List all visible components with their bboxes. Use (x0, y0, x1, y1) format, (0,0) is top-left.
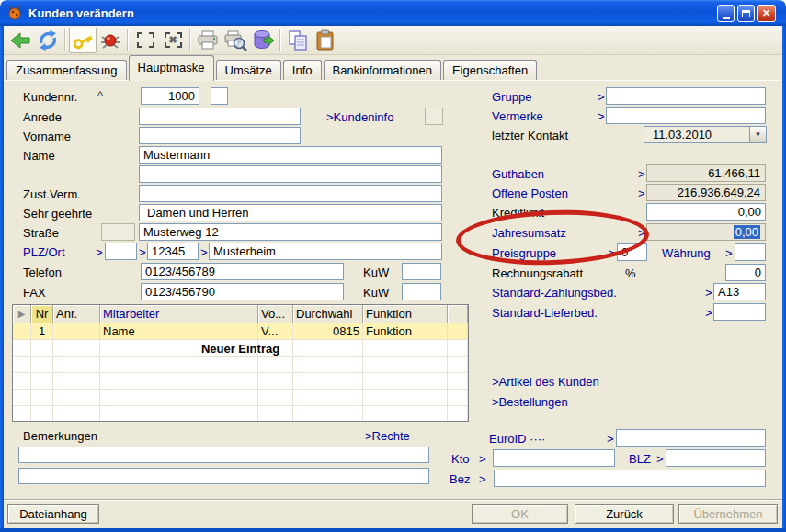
plz-input[interactable] (147, 243, 199, 260)
letzter-kontakt-label: letzter Kontakt (492, 129, 568, 142)
zustverm-input[interactable] (139, 185, 442, 202)
print-preview-button[interactable] (222, 28, 249, 53)
anrede-input[interactable] (139, 108, 301, 125)
gruppe-input[interactable] (606, 87, 766, 105)
bez-prompt: > (479, 472, 486, 486)
tab-pane-divider (4, 80, 782, 81)
tab-zusammenfassung[interactable]: Zusammenfassung (6, 60, 127, 81)
rechte-link[interactable]: >Rechte (365, 429, 410, 443)
minimize-button[interactable] (717, 5, 735, 22)
name-input[interactable] (139, 146, 442, 164)
vorname-input[interactable] (139, 127, 301, 144)
blz-input[interactable] (666, 449, 766, 467)
jahresumsatz-field[interactable]: 0,00 (646, 223, 766, 241)
sehr-geehrte-input[interactable] (139, 204, 442, 221)
vermerke-input[interactable] (606, 107, 766, 124)
gruppe-prompt: > (598, 90, 605, 104)
plz-zusatz-input[interactable] (105, 243, 137, 260)
rechnungsrabatt-input[interactable] (725, 264, 766, 281)
col-header-nr[interactable]: Nr (31, 305, 53, 323)
kundennr-label: Kundennr. (23, 90, 77, 104)
col-header-durchwahl[interactable]: Durchwahl (293, 305, 363, 323)
telefon-input[interactable] (141, 263, 344, 280)
dropdown-button[interactable]: ▼ (749, 127, 766, 142)
col-header-funktion[interactable]: Funktion (363, 305, 448, 323)
tab-umsaetze[interactable]: Umsätze (216, 60, 281, 81)
name-label: Name (23, 149, 55, 163)
kreditlimit-label: Kreditlimit (492, 206, 544, 220)
plz-prompt: > (139, 245, 146, 259)
back-button[interactable] (6, 28, 34, 53)
kreditlimit-input[interactable] (646, 203, 766, 221)
database-export-button[interactable] (249, 28, 277, 53)
selection-button[interactable] (131, 28, 159, 53)
col-header-vorname[interactable]: Vo... (258, 305, 293, 323)
zahlungsbed-input[interactable] (713, 283, 766, 300)
delete-selection-icon: ✖ (165, 32, 182, 48)
bemerkung1-input[interactable] (18, 447, 429, 463)
bez-input[interactable] (494, 470, 766, 487)
fax-kuw-input[interactable] (402, 283, 441, 300)
strasse-flag-box[interactable] (101, 223, 135, 241)
ok-button[interactable]: OK (472, 504, 568, 524)
uebernehmen-button[interactable]: Übernehmen (678, 504, 778, 524)
toolbar: ✖ (4, 26, 782, 55)
offene-posten-value: 216.936.649,24 (678, 186, 760, 199)
paste-button[interactable] (312, 28, 339, 53)
dateianhang-button[interactable]: Dateianhang (7, 504, 99, 524)
zahlungsbed-label: Standard-Zahlungsbed. (492, 286, 617, 300)
preisgruppe-input[interactable] (617, 243, 647, 261)
cell-durchwahl: 0815 (293, 323, 363, 340)
table-row-empty (13, 390, 468, 406)
print-preview-icon (223, 28, 247, 52)
guthaben-value: 61.466,11 (708, 166, 760, 180)
tab-hauptmaske[interactable]: Hauptmaske (129, 55, 214, 81)
bez-label: Bez (450, 472, 470, 486)
kundennr-flag-box[interactable] (211, 87, 228, 105)
tab-info[interactable]: Info (283, 60, 322, 81)
minimize-icon (723, 17, 730, 19)
artikel-des-kunden-link[interactable]: >Artikel des Kunden (492, 375, 599, 389)
maximize-button[interactable] (737, 5, 755, 22)
col-header-mitarbeiter[interactable]: Mitarbeiter (100, 305, 258, 323)
table-row[interactable]: 1 Name V... 0815 Funktion (13, 323, 468, 340)
vermerke-label: Vermerke (492, 109, 543, 123)
fax-input[interactable] (141, 283, 344, 300)
waehrung-input[interactable] (735, 243, 766, 261)
kundennr-input[interactable] (141, 87, 199, 105)
refresh-button[interactable] (34, 28, 62, 53)
close-button[interactable]: ✕ (757, 5, 776, 22)
bestellungen-link[interactable]: >Bestellungen (492, 395, 568, 409)
bemerkungen-label: Bemerkungen (23, 429, 97, 443)
lieferbed-input[interactable] (713, 303, 766, 321)
name2-input[interactable] (139, 165, 442, 183)
window-border-right (782, 26, 786, 532)
zurueck-button[interactable]: Zurück (575, 504, 674, 524)
tab-eigenschaften[interactable]: Eigenschaften (443, 60, 537, 81)
toolbar-separator (64, 29, 66, 51)
bemerkung2-input[interactable] (18, 468, 429, 484)
table-row-empty (13, 406, 468, 422)
strasse-label: Straße (23, 226, 59, 240)
jahresumsatz-value: 0,00 (734, 225, 760, 239)
euroid-input[interactable] (616, 429, 766, 447)
delete-selection-button[interactable]: ✖ (159, 28, 187, 53)
chevron-down-icon: ▼ (755, 130, 762, 139)
print-button[interactable] (194, 28, 222, 53)
bug-button[interactable] (97, 28, 124, 53)
ort-input[interactable] (209, 243, 442, 260)
tab-bankinformationen[interactable]: Bankinformationen (324, 60, 441, 81)
kundeninfo-link[interactable]: >Kundeninfo (326, 110, 393, 124)
kundeninfo-checkbox[interactable] (425, 108, 443, 125)
new-entry-row[interactable]: Neuer Eintrag (13, 342, 468, 356)
col-header-anr[interactable]: Anr. (53, 305, 100, 323)
strasse-input[interactable] (139, 223, 442, 241)
window-title: Kunden verändern (28, 6, 134, 20)
letzter-kontakt-combobox[interactable]: 11.03.2010 ▼ (644, 126, 767, 143)
copy-icon (286, 28, 310, 52)
zahlungsbed-prompt: > (705, 286, 712, 300)
telefon-kuw-input[interactable] (402, 263, 441, 280)
key-button[interactable] (69, 28, 97, 53)
copy-button[interactable] (284, 28, 312, 53)
kto-input[interactable] (493, 449, 615, 467)
